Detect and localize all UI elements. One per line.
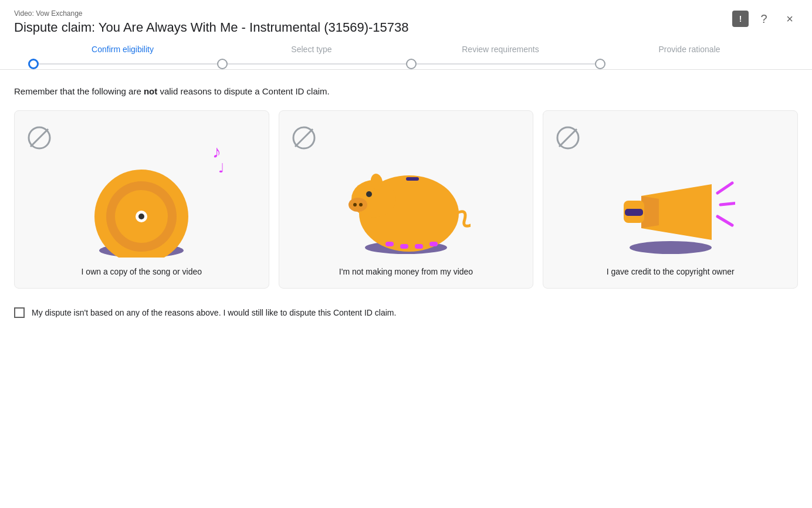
card-credit-illustration [553, 123, 788, 258]
svg-point-9 [138, 214, 144, 219]
step-line-3 [417, 63, 595, 65]
step-track-1 [28, 59, 217, 69]
reminder-bold: not [144, 86, 157, 96]
svg-rect-22 [400, 244, 408, 249]
megaphone-icon [606, 137, 735, 255]
reminder-prefix: Remember that the following are [14, 86, 144, 96]
dispute-dialog: Video: Vow Exchange Dispute claim: You A… [0, 0, 812, 508]
svg-point-18 [366, 191, 372, 197]
steps-container: Confirm eligibility Select type Review r… [14, 45, 798, 69]
card-credit: I gave credit to the copyright owner [543, 110, 798, 289]
step-confirm-eligibility: Confirm eligibility [28, 45, 217, 69]
step-circle-3 [406, 59, 417, 69]
svg-point-16 [353, 203, 357, 206]
header-icons: ! ? × [732, 8, 800, 29]
step-track-2 [217, 59, 406, 69]
card-copy: ♪ ♩ [14, 110, 269, 289]
step-label-rationale: Provide rationale [658, 45, 720, 54]
card-money: I'm not making money from my video [279, 110, 534, 289]
step-provide-rationale: Provide rationale [595, 45, 784, 69]
step-label-select: Select type [291, 45, 331, 54]
dialog-header: Video: Vow Exchange Dispute claim: You A… [0, 0, 812, 70]
svg-point-27 [630, 241, 712, 254]
step-label-confirm: Confirm eligibility [92, 45, 154, 54]
no-sign-icon-1 [26, 125, 52, 151]
close-button[interactable]: × [779, 8, 800, 29]
piggy-bank-icon [341, 137, 471, 255]
svg-line-34 [718, 216, 732, 225]
checkbox-row: My dispute isn't based on any of the rea… [14, 307, 798, 318]
feedback-icon[interactable]: ! [732, 11, 749, 27]
step-circle-1 [28, 59, 39, 69]
svg-point-17 [359, 203, 363, 206]
vinyl-disc-icon [89, 140, 194, 258]
svg-rect-21 [385, 242, 394, 246]
dialog-title: Dispute claim: You Are Always With Me - … [14, 20, 798, 35]
card-copy-illustration: ♪ ♩ [24, 123, 259, 258]
step-review-requirements: Review requirements [406, 45, 595, 69]
checkbox-label[interactable]: My dispute isn't based on any of the rea… [32, 308, 396, 317]
no-sign-icon-2 [291, 125, 317, 151]
step-line-2 [228, 63, 406, 65]
dialog-body: Remember that the following are not vali… [0, 70, 812, 508]
svg-line-33 [720, 203, 735, 205]
video-label: Video: Vow Exchange [14, 9, 798, 18]
cards-row: ♪ ♩ [14, 110, 798, 289]
step-circle-4 [595, 59, 605, 69]
svg-rect-24 [429, 242, 438, 246]
eligibility-checkbox[interactable] [14, 307, 25, 318]
reminder-suffix: valid reasons to dispute a Content ID cl… [157, 86, 329, 96]
svg-text:♪: ♪ [212, 142, 221, 161]
svg-rect-31 [625, 209, 643, 216]
card-copy-label: I own a copy of the song or video [82, 267, 202, 276]
reminder-text: Remember that the following are not vali… [14, 86, 798, 96]
svg-line-11 [295, 129, 313, 147]
svg-line-32 [718, 183, 732, 193]
svg-line-1 [31, 129, 48, 147]
no-sign-icon-3 [555, 125, 581, 151]
help-button[interactable]: ? [753, 8, 774, 29]
step-line-1 [39, 63, 217, 65]
step-select-type: Select type [217, 45, 406, 69]
step-circle-2 [217, 59, 228, 69]
svg-rect-20 [406, 177, 419, 181]
step-track-3 [406, 59, 595, 69]
step-label-review: Review requirements [462, 45, 539, 54]
card-money-illustration [289, 123, 524, 258]
music-notes-icon: ♪ ♩ [212, 140, 242, 172]
step-track-4 [595, 59, 784, 69]
card-money-label: I'm not making money from my video [339, 267, 473, 276]
svg-point-15 [349, 198, 367, 212]
svg-line-26 [559, 129, 577, 147]
svg-text:♩: ♩ [218, 161, 224, 172]
svg-rect-23 [415, 244, 423, 249]
card-credit-label: I gave credit to the copyright owner [607, 267, 735, 276]
